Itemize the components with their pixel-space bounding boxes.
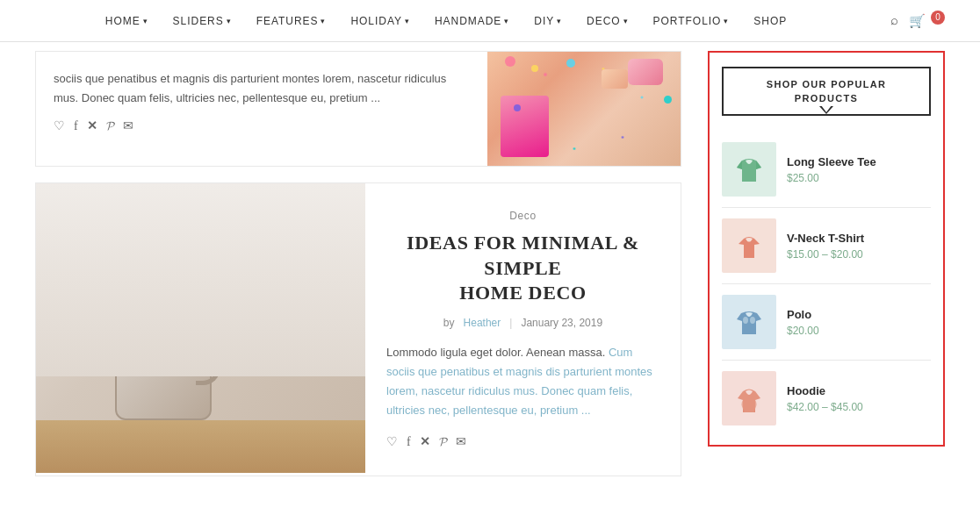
facebook-icon[interactable]: f [407,435,411,449]
svg-point-0 [743,317,748,324]
nav-item-portfolio[interactable]: PORTFOLIO▾ [653,15,730,27]
product-item[interactable]: Hoodie$42.00 – $45.00 [722,361,931,436]
post-author-label: by [443,317,455,329]
nav-icons: ⌕ 🛒 0 [890,13,945,29]
chevron-down-icon: ▾ [623,17,629,25]
nav-item-handmade[interactable]: HANDMADE▾ [435,15,509,27]
nav-item-diy[interactable]: DIY▾ [534,15,562,27]
facebook-icon[interactable]: f [74,119,78,133]
product-name[interactable]: Long Sleeve Tee [787,155,931,168]
product-price: $25.00 [787,172,931,184]
product-thumbnail [722,142,776,197]
chevron-down-icon: ▾ [227,17,232,25]
main-post-image [36,183,365,473]
post-body: Lommodo ligula eget dolor. Aenean massa.… [386,343,659,420]
product-price: $42.00 – $45.00 [787,401,931,413]
main-content: sociis que penatibus et magnis dis partu… [35,42,681,522]
chevron-down-icon: ▾ [557,17,562,25]
cart-badge: 0 [931,11,945,25]
nav-item-deco[interactable]: DECO▾ [587,15,628,27]
twitter-icon[interactable]: ✕ [420,434,430,449]
chevron-down-icon: ▾ [724,17,729,25]
nav-item-holiday[interactable]: HOLIDAY▾ [350,15,409,27]
popular-products-widget: SHOP OUR POPULAR PRODUCTS Long Sleeve Te… [708,51,945,447]
product-info: Long Sleeve Tee$25.00 [787,155,931,184]
top-post: sociis que penatibus et magnis dis partu… [35,51,681,167]
search-icon[interactable]: ⌕ [890,13,898,28]
chevron-down-icon: ▾ [405,17,410,25]
email-icon[interactable]: ✉ [456,434,466,449]
svg-point-1 [750,317,755,324]
widget-title-bar: SHOP OUR POPULAR PRODUCTS [722,67,931,116]
post-author[interactable]: Heather [464,317,501,329]
post-excerpt-intro: Lommodo ligula eget dolor. Aenean massa. [386,346,605,359]
nav-item-home[interactable]: HOME▾ [105,15,148,27]
post-title: IDEAS FOR MINIMAL & SIMPLE HOME DECO [386,231,659,306]
product-item[interactable]: V-Neck T-Shirt$15.00 – $20.00 [722,208,931,284]
twitter-icon[interactable]: ✕ [87,118,97,133]
post-meta: by Heather | January 23, 2019 [386,317,659,329]
product-list: Long Sleeve Tee$25.00 V-Neck T-Shirt$15.… [710,116,943,436]
chevron-down-icon: ▾ [504,17,509,25]
top-post-actions: ♡ f ✕ 𝓟 ✉ [54,118,470,133]
widget-arrow-inner [821,105,832,112]
product-price: $15.00 – $20.00 [787,248,931,261]
product-info: Polo$20.00 [787,308,931,337]
top-post-text: sociis que penatibus et magnis dis partu… [36,52,487,166]
product-thumbnail [722,371,776,425]
sidebar: SHOP OUR POPULAR PRODUCTS Long Sleeve Te… [708,42,945,522]
product-name[interactable]: Polo [787,308,931,321]
product-item[interactable]: Polo$20.00 [722,284,931,361]
meta-separator: | [509,317,512,329]
email-icon[interactable]: ✉ [123,118,133,133]
product-item[interactable]: Long Sleeve Tee$25.00 [722,132,931,208]
nav-item-sliders[interactable]: SLIDERS▾ [173,15,232,27]
post-category: Deco [386,210,659,222]
product-name[interactable]: Hoodie [787,384,931,397]
top-post-excerpt: sociis que penatibus et magnis dis partu… [54,69,470,108]
main-post: Deco IDEAS FOR MINIMAL & SIMPLE HOME DEC… [35,182,681,476]
top-post-image [487,52,681,166]
product-name[interactable]: V-Neck T-Shirt [787,232,931,245]
pinterest-icon[interactable]: 𝓟 [439,435,447,449]
product-info: Hoodie$42.00 – $45.00 [787,384,931,413]
product-price: $20.00 [787,325,931,337]
product-thumbnail [722,295,776,349]
chevron-down-icon: ▾ [321,17,326,25]
widget-title: SHOP OUR POPULAR PRODUCTS [767,79,886,104]
main-post-actions: ♡ f ✕ 𝓟 ✉ [386,434,659,449]
nav-item-features[interactable]: FEATURES▾ [256,15,327,27]
like-icon[interactable]: ♡ [386,434,398,449]
chevron-down-icon: ▾ [143,17,148,25]
cart-icon[interactable]: 🛒 [909,13,926,29]
product-thumbnail [722,218,776,273]
navigation: HOME▾SLIDERS▾FEATURES▾HOLIDAY▾HANDMADE▾D… [0,0,980,42]
like-icon[interactable]: ♡ [54,118,65,133]
product-info: V-Neck T-Shirt$15.00 – $20.00 [787,232,931,261]
post-date: January 23, 2019 [521,317,602,329]
main-post-content: Deco IDEAS FOR MINIMAL & SIMPLE HOME DEC… [365,183,681,476]
nav-item-shop[interactable]: SHOP [753,15,787,27]
pinterest-icon[interactable]: 𝓟 [106,119,114,133]
page-body: sociis que penatibus et magnis dis partu… [0,42,980,522]
